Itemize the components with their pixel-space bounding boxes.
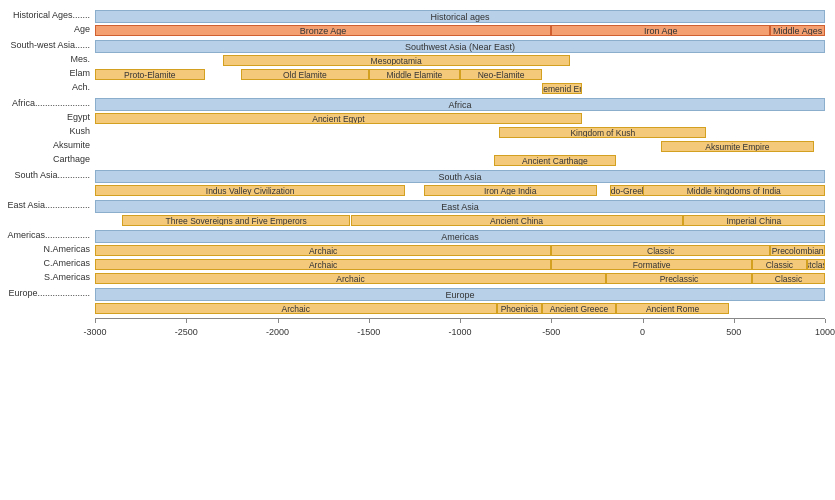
row-label: Americas.................. — [0, 230, 90, 240]
row-label: East Asia.................. — [0, 200, 90, 210]
tick-label: 500 — [726, 327, 741, 337]
period-bar: Old Elamite — [241, 69, 369, 80]
period-bar: Precolombian — [770, 245, 825, 256]
period-bar: Iron Age — [551, 25, 770, 36]
period-bar: Formative — [551, 259, 752, 270]
row-label: Africa...................... — [0, 98, 90, 108]
period-bar: Ancient Egypt — [95, 113, 582, 124]
section-header-bar: South Asia — [95, 170, 825, 183]
period-bar: Mesopotamia — [223, 55, 570, 66]
tick-mark — [643, 319, 644, 323]
period-bar: Middle Elamite — [369, 69, 460, 80]
x-axis: -3000-2500-2000-1500-1000-50005001000 — [95, 318, 825, 338]
section-header-bar: East Asia — [95, 200, 825, 213]
period-bar: Preclassic — [606, 273, 752, 284]
tick-mark — [278, 319, 279, 323]
row-label: Europe..................... — [0, 288, 90, 298]
period-bar: Middle kingdoms of India — [643, 185, 826, 196]
period-bar: Phoenicia — [497, 303, 543, 314]
row-label: C.Americas — [0, 258, 90, 268]
row-label: N.Americas — [0, 244, 90, 254]
chart-container: Historical Ages.......Historical agesAge… — [0, 0, 835, 500]
row-label: Historical Ages....... — [0, 10, 90, 20]
period-bar: Middle Ages — [770, 25, 825, 36]
row-label: S.Americas — [0, 272, 90, 282]
row-label: Aksumite — [0, 140, 90, 150]
tick-label: -1000 — [448, 327, 471, 337]
period-bar: Three Sovereigns and Five Emperors — [122, 215, 350, 226]
row-label: Ach. — [0, 82, 90, 92]
tick-mark — [95, 319, 96, 323]
tick-mark — [460, 319, 461, 323]
row-label: Kush — [0, 126, 90, 136]
section-header-bar: Southwest Asia (Near East) — [95, 40, 825, 53]
period-bar: Ancient China — [351, 215, 683, 226]
tick-label: -3000 — [83, 327, 106, 337]
period-bar: Ancient Greece — [542, 303, 616, 314]
period-bar: Ancient Carthage — [494, 155, 616, 166]
tick-mark — [734, 319, 735, 323]
row-label: Egypt — [0, 112, 90, 122]
section-header-bar: Americas — [95, 230, 825, 243]
section-header-bar: Africa — [95, 98, 825, 111]
period-bar: Archaic — [95, 259, 551, 270]
tick-mark — [369, 319, 370, 323]
period-bar: Kingdom of Kush — [499, 127, 706, 138]
period-bar: Archaic — [95, 273, 606, 284]
period-bar: Indus Valley Civilization — [95, 185, 405, 196]
tick-label: -500 — [542, 327, 560, 337]
period-bar: Classic — [752, 259, 807, 270]
period-bar: Classic — [752, 273, 825, 284]
row-label: Carthage — [0, 154, 90, 164]
period-bar: Proto-Elamite — [95, 69, 205, 80]
row-label: South-west Asia...... — [0, 40, 90, 50]
period-bar: Archaic — [95, 303, 497, 314]
section-header-bar: Historical ages — [95, 10, 825, 23]
tick-label: 1000 — [815, 327, 835, 337]
period-bar: Imperial China — [683, 215, 825, 226]
tick-label: 0 — [640, 327, 645, 337]
row-label: South Asia............. — [0, 170, 90, 180]
period-bar: Postclassic — [807, 259, 825, 270]
tick-label: -2500 — [175, 327, 198, 337]
section-header-bar: Europe — [95, 288, 825, 301]
row-label: Mes. — [0, 54, 90, 64]
row-label: Elam — [0, 68, 90, 78]
period-bar: Archaic — [95, 245, 551, 256]
period-bar: Aksumite Empire — [661, 141, 814, 152]
row-label: Age — [0, 24, 90, 34]
period-bar: Achaemenid Empire — [542, 83, 582, 94]
period-bar: Neo-Elamite — [460, 69, 542, 80]
tick-mark — [186, 319, 187, 323]
period-bar: Iron Age India — [424, 185, 597, 196]
period-bar: Ancient Rome — [616, 303, 730, 314]
period-bar: Classic — [551, 245, 770, 256]
tick-mark — [825, 319, 826, 323]
tick-label: -1500 — [357, 327, 380, 337]
period-bar: Bronze Age — [95, 25, 551, 36]
tick-label: -2000 — [266, 327, 289, 337]
period-bar: Indo-Greeks — [610, 185, 645, 196]
tick-mark — [551, 319, 552, 323]
